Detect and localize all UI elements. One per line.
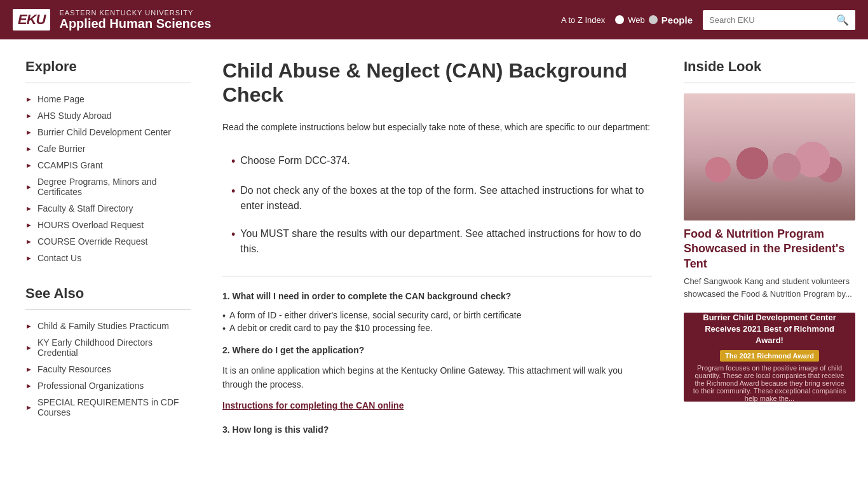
- people-label[interactable]: People: [661, 15, 693, 25]
- inside-look-divider: [684, 83, 855, 83]
- chevron-icon: ►: [25, 382, 32, 390]
- explore-divider: [25, 83, 191, 83]
- chevron-icon: ►: [25, 183, 32, 191]
- highlight-item-3: You MUST share the results with our depa…: [222, 220, 652, 263]
- web-toggle-dot: [615, 15, 624, 24]
- nav-link-cfs[interactable]: Child & Family Studies Practicum: [37, 321, 169, 331]
- nav-link-home[interactable]: Home Page: [37, 94, 85, 104]
- faq-bullet-text-1: A form of ID - either driver's license, …: [229, 310, 521, 320]
- site-header: EKU EASTERN KENTUCKY UNIVERSITY Applied …: [0, 0, 868, 39]
- see-also-divider: [25, 309, 191, 310]
- people-toggle-dot: [649, 15, 658, 24]
- faq-bullet-1: A form of ID - either driver's license, …: [222, 310, 652, 320]
- card-1-image-sim: [684, 93, 855, 220]
- card-2-image: Burrier Child Development Center Receive…: [684, 313, 855, 402]
- nav-link-burrier[interactable]: Burrier Child Development Center: [37, 127, 171, 137]
- list-item: ►Faculty & Staff Directory: [25, 200, 191, 217]
- card-1-title[interactable]: Food & Nutrition Program Showcased in th…: [684, 227, 855, 271]
- chevron-icon: ►: [25, 221, 32, 229]
- faq-section: 1. What will I need in order to complete…: [222, 289, 652, 437]
- faq-q2: 2. Where do I get the application?: [222, 343, 652, 357]
- nav-link-contact[interactable]: Contact Us: [37, 253, 81, 263]
- eku-logo: EKU: [13, 9, 50, 30]
- main-content: Child Abuse & Neglect (CAN) Background C…: [203, 58, 671, 444]
- nav-link-hours[interactable]: HOURS Overload Request: [37, 220, 144, 230]
- web-label[interactable]: Web: [628, 15, 645, 25]
- header-right: A to Z Index Web People 🔍: [561, 10, 855, 30]
- faq-bullet-2: A debit or credit card to pay the $10 pr…: [222, 323, 652, 333]
- list-item: ►CCAMPIS Grant: [25, 157, 191, 173]
- intro-text: Read the complete instructions below but…: [222, 120, 652, 134]
- faq-bullet-text-2: A debit or credit card to pay the $10 pr…: [229, 323, 433, 333]
- chevron-icon: ►: [25, 365, 32, 373]
- page-wrapper: Explore ►Home Page ►AHS Study Abroad ►Bu…: [0, 39, 868, 463]
- explore-nav: ►Home Page ►AHS Study Abroad ►Burrier Ch…: [25, 91, 191, 266]
- chevron-icon: ►: [25, 403, 32, 411]
- list-item: ►Home Page: [25, 91, 191, 107]
- a-to-z-link[interactable]: A to Z Index: [561, 15, 605, 25]
- card-2-title: Burrier Child Development Center Receive…: [691, 313, 848, 346]
- list-item: ►KY Early Childhood Directors Credential: [25, 334, 191, 361]
- header-title-group: EASTERN KENTUCKY UNIVERSITY Applied Huma…: [59, 9, 211, 31]
- header-nav: A to Z Index: [561, 15, 605, 25]
- nav-link-ccampis[interactable]: CCAMPIS Grant: [37, 160, 103, 170]
- faq-q3: 3. How long is this valid?: [222, 423, 652, 437]
- faq-q2-body: It is an online application which begins…: [222, 363, 652, 392]
- see-also-nav: ►Child & Family Studies Practicum ►KY Ea…: [25, 318, 191, 421]
- chevron-icon: ►: [25, 205, 32, 212]
- list-item: ►AHS Study Abroad: [25, 107, 191, 124]
- nav-link-ahs[interactable]: AHS Study Abroad: [37, 111, 112, 121]
- card-1-desc: Chef Sangwook Kang and student volunteer…: [684, 275, 855, 300]
- list-item: ►Burrier Child Development Center: [25, 124, 191, 140]
- list-item: ►Child & Family Studies Practicum: [25, 318, 191, 334]
- list-item: ►Cafe Burrier: [25, 140, 191, 157]
- chevron-icon: ►: [25, 95, 32, 103]
- list-item: ►Faculty Resources: [25, 361, 191, 377]
- search-toggle-group: Web People: [615, 15, 693, 25]
- nav-link-degree[interactable]: Degree Programs, Minors and Certificates: [37, 177, 191, 197]
- inside-look-heading: Inside Look: [684, 58, 855, 75]
- nav-link-prof-org[interactable]: Professional Organizations: [37, 381, 144, 391]
- chevron-icon: ►: [25, 322, 32, 330]
- right-sidebar: Inside Look Food & Nutrition Program Sho…: [671, 58, 855, 444]
- nav-link-faculty-res[interactable]: Faculty Resources: [37, 364, 111, 374]
- card-1-image: [684, 93, 855, 220]
- chevron-icon: ►: [25, 238, 32, 245]
- see-also-heading: See Also: [25, 285, 191, 302]
- search-input[interactable]: [703, 11, 830, 29]
- left-sidebar: Explore ►Home Page ►AHS Study Abroad ►Bu…: [25, 58, 203, 444]
- can-instructions-link[interactable]: Instructions for completing the CAN onli…: [222, 400, 403, 410]
- header-logo-group: EKU EASTERN KENTUCKY UNIVERSITY Applied …: [13, 9, 211, 31]
- highlight-list: Choose Form DCC-374. Do not check any of…: [222, 147, 652, 263]
- chevron-icon: ►: [25, 161, 32, 169]
- chevron-icon: ►: [25, 112, 32, 119]
- card-2-badge: The 2021 Richmond Award: [720, 350, 819, 362]
- card-2-sub: Program focuses on the positive image of…: [691, 364, 848, 402]
- explore-heading: Explore: [25, 58, 191, 75]
- page-title: Child Abuse & Neglect (CAN) Background C…: [222, 58, 652, 107]
- card-1: Food & Nutrition Program Showcased in th…: [684, 93, 855, 300]
- highlight-item-1: Choose Form DCC-374.: [222, 147, 652, 177]
- nav-link-ky-early[interactable]: KY Early Childhood Directors Credential: [37, 337, 191, 358]
- chevron-icon: ►: [25, 145, 32, 152]
- card-2: Burrier Child Development Center Receive…: [684, 313, 855, 402]
- nav-link-cafe[interactable]: Cafe Burrier: [37, 144, 85, 154]
- content-divider: [222, 276, 652, 276]
- nav-link-special-req[interactable]: SPECIAL REQUIREMENTS in CDF Courses: [37, 397, 191, 417]
- chevron-icon: ►: [25, 254, 32, 262]
- list-item: ►COURSE Override Request: [25, 233, 191, 250]
- list-item: ►SPECIAL REQUIREMENTS in CDF Courses: [25, 394, 191, 421]
- list-item: ►Contact Us: [25, 250, 191, 266]
- list-item: ►HOURS Overload Request: [25, 217, 191, 233]
- chevron-icon: ►: [25, 344, 32, 351]
- search-bar: 🔍: [703, 10, 855, 30]
- search-button[interactable]: 🔍: [830, 10, 855, 30]
- nav-link-course[interactable]: COURSE Override Request: [37, 236, 148, 247]
- faq-q1: 1. What will I need in order to complete…: [222, 289, 652, 303]
- university-name: EASTERN KENTUCKY UNIVERSITY: [59, 9, 211, 17]
- chevron-icon: ►: [25, 128, 32, 136]
- list-item: ►Professional Organizations: [25, 377, 191, 394]
- nav-link-faculty-dir[interactable]: Faculty & Staff Directory: [37, 203, 133, 214]
- list-item: ►Degree Programs, Minors and Certificate…: [25, 173, 191, 200]
- highlight-item-2: Do not check any of the boxes at the top…: [222, 177, 652, 220]
